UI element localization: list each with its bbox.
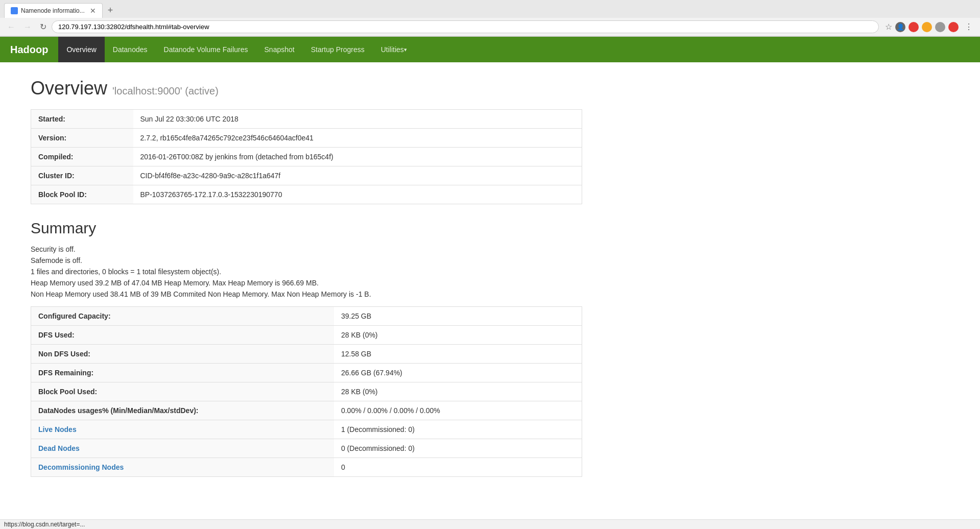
main-content: Overview 'localhost:9000' (active) Start… [0,62,613,492]
nav-item-datanode-volume-failures[interactable]: Datanode Volume Failures [156,37,256,62]
info-table-row: Compiled: 2016-01-26T00:08Z by jenkins f… [31,148,582,166]
info-table-row: Cluster ID: CID-bf4f6f8e-a23c-4280-9a9c-… [31,166,582,185]
nav-bar: ← → ↻ ☆ 👤 ⋮ [0,18,980,36]
hadoop-navbar: Hadoop Overview Datanodes Datanode Volum… [0,37,980,62]
forward-button[interactable]: → [20,20,35,34]
summary-line: Non Heap Memory used 38.41 MB of 39 MB C… [31,290,582,298]
summary-value: 28 KB (0%) [334,326,582,345]
back-button[interactable]: ← [4,20,18,34]
summary-title: Summary [31,220,582,237]
info-label: Block Pool ID: [31,185,133,204]
summary-value: 0 (Decommissioned: 0) [334,439,582,458]
summary-table-row: DFS Used: 28 KB (0%) [31,326,582,345]
tab-bar: Namenode informatio... ✕ + [0,0,980,18]
nav-item-utilities[interactable]: Utilities [373,37,415,62]
summary-table-row: Live Nodes 1 (Decommissioned: 0) [31,420,582,439]
summary-value: 39.25 GB [334,307,582,326]
summary-table-row: Decommissioning Nodes 0 [31,458,582,477]
nav-item-startup-progress[interactable]: Startup Progress [303,37,373,62]
info-value: 2016-01-26T00:08Z by jenkins from (detac… [133,148,582,166]
menu-button[interactable]: ⋮ [962,20,976,34]
summary-label: DataNodes usages% (Min/Median/Max/stdDev… [31,401,334,420]
summary-label: Configured Capacity: [31,307,334,326]
summary-label[interactable]: Live Nodes [31,420,334,439]
page-title: Overview 'localhost:9000' (active) [31,78,582,99]
summary-line: Safemode is off. [31,256,582,264]
summary-line: Security is off. [31,245,582,253]
red-circle-icon [909,22,919,32]
info-label: Version: [31,129,133,148]
summary-table: Configured Capacity: 39.25 GB DFS Used: … [31,306,582,477]
summary-label: DFS Used: [31,326,334,345]
info-table-row: Block Pool ID: BP-1037263765-172.17.0.3-… [31,185,582,204]
info-value: 2.7.2, rb165c4fe8a74265c792ce23f546c6460… [133,129,582,148]
info-label: Compiled: [31,148,133,166]
tab-favicon [11,7,18,14]
browser-chrome: Namenode informatio... ✕ + ← → ↻ ☆ 👤 ⋮ [0,0,980,37]
new-tab-button[interactable]: + [105,5,116,16]
summary-table-row: Configured Capacity: 39.25 GB [31,307,582,326]
page-subtitle: 'localhost:9000' (active) [112,85,219,97]
summary-value: 26.66 GB (67.94%) [334,364,582,382]
address-bar[interactable] [52,20,879,33]
summary-value: 28 KB (0%) [334,382,582,401]
summary-label: Non DFS Used: [31,345,334,364]
info-label: Cluster ID: [31,166,133,185]
info-table-row: Started: Sun Jul 22 03:30:06 UTC 2018 [31,110,582,129]
summary-table-row: Dead Nodes 0 (Decommissioned: 0) [31,439,582,458]
summary-value: 1 (Decommissioned: 0) [334,420,582,439]
bookmark-button[interactable]: ☆ [885,22,892,32]
info-value: BP-1037263765-172.17.0.3-1532230190770 [133,185,582,204]
info-value: CID-bf4f6f8e-a23c-4280-9a9c-a28c1f1a647f [133,166,582,185]
gray-circle-icon [935,22,945,32]
summary-line: 1 files and directories, 0 blocks = 1 to… [31,268,582,276]
tab-close-button[interactable]: ✕ [90,7,96,15]
nav-icons: ☆ 👤 ⋮ [885,20,976,34]
summary-line: Heap Memory used 39.2 MB of 47.04 MB Hea… [31,279,582,287]
refresh-button[interactable]: ↻ [37,20,50,34]
nav-item-snapshot[interactable]: Snapshot [256,37,303,62]
tab-title: Namenode informatio... [21,7,85,14]
summary-table-row: Non DFS Used: 12.58 GB [31,345,582,364]
nav-items: Overview Datanodes Datanode Volume Failu… [58,37,415,62]
nav-item-overview[interactable]: Overview [58,37,104,62]
yellow-circle-icon [922,22,932,32]
info-value: Sun Jul 22 03:30:06 UTC 2018 [133,110,582,129]
hadoop-logo: Hadoop [10,44,48,56]
profile-avatar: 👤 [895,22,905,32]
summary-table-row: DataNodes usages% (Min/Median/Max/stdDev… [31,401,582,420]
summary-lines: Security is off.Safemode is off.1 files … [31,245,582,298]
info-table: Started: Sun Jul 22 03:30:06 UTC 2018 Ve… [31,109,582,204]
summary-table-row: Block Pool Used: 28 KB (0%) [31,382,582,401]
summary-label: DFS Remaining: [31,364,334,382]
summary-label[interactable]: Decommissioning Nodes [31,458,334,477]
info-table-row: Version: 2.7.2, rb165c4fe8a74265c792ce23… [31,129,582,148]
summary-value: 12.58 GB [334,345,582,364]
nav-item-datanodes[interactable]: Datanodes [105,37,156,62]
active-tab[interactable]: Namenode informatio... ✕ [4,3,103,18]
summary-table-row: DFS Remaining: 26.66 GB (67.94%) [31,364,582,382]
red2-circle-icon [948,22,959,32]
summary-value: 0 [334,458,582,477]
info-label: Started: [31,110,133,129]
summary-label[interactable]: Dead Nodes [31,439,334,458]
summary-value: 0.00% / 0.00% / 0.00% / 0.00% [334,401,582,420]
profile-button[interactable]: 👤 [895,22,905,32]
summary-label: Block Pool Used: [31,382,334,401]
